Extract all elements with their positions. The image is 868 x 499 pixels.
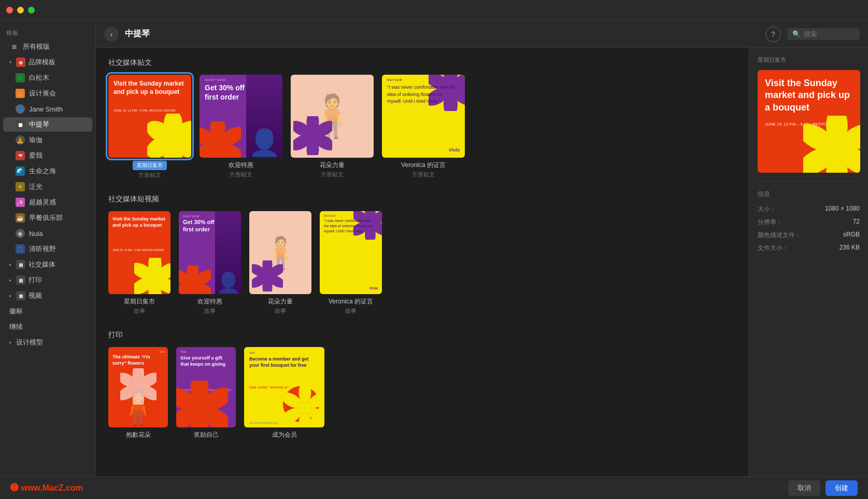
bottom-bar: 🅩 www.MacZ.com 取消 创建 <box>0 476 868 499</box>
sidebar-item-breakfast-label: 早餐俱乐部 <box>29 213 63 223</box>
qingshou-icon: 🎵 <box>16 244 25 254</box>
sidebar-item-love-me[interactable]: ❤ 爱我 <box>3 148 92 163</box>
template-thumb-sorry: Viola The ultimate "I'm sorry" flowers 🧍 <box>108 347 168 427</box>
template-thumb-veronica-story: REVIEW "I was never comfortable with the… <box>320 211 382 294</box>
sidebar-item-life-sea-label: 生命之海 <box>29 167 56 176</box>
template-name-flower-story: 花朵力量 <box>268 297 293 306</box>
template-subname-veronica: 方形贴文 <box>412 171 435 178</box>
template-subname-veronica-story: 故事 <box>345 307 357 315</box>
story2-photo: 👤 <box>215 211 241 294</box>
sidebar-item-beyond-label: 超越灵感 <box>29 198 56 207</box>
sidebar-item-life-sea[interactable]: 🌊 生命之海 <box>3 164 92 178</box>
sidebar-item-continue[interactable]: 继续 <box>3 320 92 334</box>
template-card-veronica-story[interactable]: REVIEW "I was never comfortable with the… <box>320 211 382 315</box>
design-expo-icon: △ <box>16 89 25 98</box>
page-title: 中提琴 <box>125 29 759 39</box>
template-card-sunday-market[interactable]: Visit the Sunday market and pick up a bo… <box>108 75 191 179</box>
print-icon: ◼ <box>16 275 25 285</box>
info-color-val: sRGB <box>843 231 860 240</box>
t2-flower-svg <box>200 121 241 158</box>
sidebar-item-all-label: 所有模版 <box>23 42 50 51</box>
t4-review-label: REVIEW <box>387 78 403 81</box>
t2-person-icon: 👤 <box>248 128 280 158</box>
story4-review: REVIEW <box>324 214 336 217</box>
minimize-button[interactable] <box>17 7 24 13</box>
sidebar-item-all[interactable]: ⊞ 所有模版 <box>3 39 92 54</box>
preview-headline: Visit the Sunday market and pick up a bo… <box>765 77 853 114</box>
chevron-brand-icon <box>9 60 12 65</box>
svg-point-13 <box>211 138 224 151</box>
svg-point-76 <box>299 402 310 413</box>
preview-image: Visit the Sunday market and pick up a bo… <box>758 70 860 173</box>
info-size-val: 1080 × 1080 <box>825 205 860 214</box>
sidebar-item-group-print[interactable]: ◼ 打印 <box>3 273 92 287</box>
nula-icon: ◉ <box>16 229 25 238</box>
search-bar[interactable]: 🔍 <box>787 28 860 40</box>
template-card-flower-power[interactable]: 🧍 <box>291 75 374 179</box>
template-card-reward[interactable]: Viola Give yourself a gift that keeps on… <box>176 347 236 439</box>
sidebar-item-group-brand[interactable]: ◆ 品牌模板 <box>3 55 92 70</box>
close-button[interactable] <box>6 7 13 13</box>
traffic-lights <box>6 7 35 13</box>
template-thumb-sunday-story: Visit the Sunday market and pick up a bo… <box>108 211 170 294</box>
sidebar-item-beyond[interactable]: ✨ 超越灵感 <box>3 195 92 210</box>
template-card-welcome-story[interactable]: SHOP NOW Get 30% off your first order 👤 … <box>179 211 241 315</box>
sorry-brand: Viola <box>159 350 165 353</box>
info-row-resolution: 分辨率： 72 <box>758 218 860 227</box>
sidebar-item-continue-label: 继续 <box>9 322 23 331</box>
template-card-welcome-special[interactable]: SHOP NOW Get 30% off your first order 👤 … <box>200 75 282 179</box>
sidebar-item-group-video[interactable]: ◼ 视频 <box>3 288 92 303</box>
love-me-icon: ❤ <box>16 151 25 160</box>
template-subname-sunday-market: 方形贴文 <box>138 171 161 179</box>
sidebar-item-group-design-model[interactable]: 设计模型 <box>3 335 92 350</box>
search-input[interactable] <box>804 30 856 38</box>
back-button[interactable]: ‹ <box>104 27 119 41</box>
maximize-button[interactable] <box>28 7 35 13</box>
chevron-design-model-icon <box>9 340 12 345</box>
top-nav: ‹ 中提琴 ? 🔍 <box>96 21 868 48</box>
svg-point-34 <box>149 273 161 284</box>
sidebar-item-icon-label: 徽标 <box>9 307 23 316</box>
cancel-button[interactable]: 取消 <box>788 480 820 496</box>
svg-point-6 <box>165 132 181 147</box>
sidebar-item-icon[interactable]: 徽标 <box>3 304 92 318</box>
sidebar-item-pan-light[interactable]: ☀ 泛光 <box>3 179 92 194</box>
sidebar-item-nula[interactable]: ◉ Nula <box>3 226 92 241</box>
create-button[interactable]: 创建 <box>826 480 858 496</box>
template-card-sorry[interactable]: Viola The ultimate "I'm sorry" flowers 🧍 <box>108 347 168 439</box>
sidebar-item-design-expo[interactable]: △ 设计展会 <box>3 86 92 101</box>
sidebar-item-qingshou[interactable]: 🎵 清听视野 <box>3 242 92 256</box>
member-headline: Become a member and get your first bouqu… <box>249 356 319 368</box>
sidebar-item-design-expo-label: 设计展会 <box>29 89 56 98</box>
sidebar-item-breakfast[interactable]: ☕ 早餐俱乐部 <box>3 211 92 225</box>
sidebar-item-pine-label: 白松木 <box>29 73 49 82</box>
sidebar-item-social-label: 社交媒体 <box>29 260 55 269</box>
social-icon: ◼ <box>16 260 25 269</box>
template-card-veronica[interactable]: REVIEW "I was never comfortable with the… <box>382 75 465 179</box>
template-name-sunday-story: 星期日集市 <box>124 297 155 306</box>
story2-photo-bg: 👤 <box>215 211 241 294</box>
social-post-grid: Visit the Sunday market and pick up a bo… <box>108 75 736 179</box>
story1-sub: JUNE 15, 12 PM – 5 PM, RESTON CENTER <box>112 248 164 252</box>
sidebar-item-yoga[interactable]: 🧘 瑜伽 <box>3 133 92 147</box>
t4-quote: "I was never comfortable with the idea o… <box>387 84 458 105</box>
sidebar-item-brand-label: 品牌模板 <box>29 58 55 67</box>
right-panel: 星期日集市 Visit the Sunday market and pick u… <box>749 48 868 476</box>
all-templates-icon: ⊞ <box>9 42 19 51</box>
sorry-flower-svg <box>120 368 156 405</box>
sidebar-item-jane-smith[interactable]: 👤 Jane Smith <box>3 102 92 116</box>
jane-smith-avatar: 👤 <box>16 104 25 114</box>
help-button[interactable]: ? <box>765 26 781 42</box>
template-card-flower-story[interactable]: 🧍 花朵力量 <box>249 211 311 315</box>
story3-flower-svg <box>252 260 283 292</box>
sidebar-item-group-social[interactable]: ◼ 社交媒体 <box>3 257 92 272</box>
svg-point-69 <box>192 401 208 418</box>
sidebar-item-pine[interactable]: 🌲 白松木 <box>3 71 92 85</box>
sidebar-item-viola[interactable]: ◼ 中提琴 <box>3 117 92 132</box>
template-subname-welcome-special: 方形贴文 <box>230 171 252 178</box>
template-card-sunday-story[interactable]: Visit the Sunday market and pick up a bo… <box>108 211 170 315</box>
t1-subtext: JUNE 15, 12 PM – 5 PM, RESTON CENTER <box>113 108 176 113</box>
member-site: www.thebrandtemplate.com <box>249 422 278 424</box>
chevron-video-icon <box>9 293 12 298</box>
template-card-member[interactable]: Viola Become a member and get your first… <box>244 347 324 439</box>
